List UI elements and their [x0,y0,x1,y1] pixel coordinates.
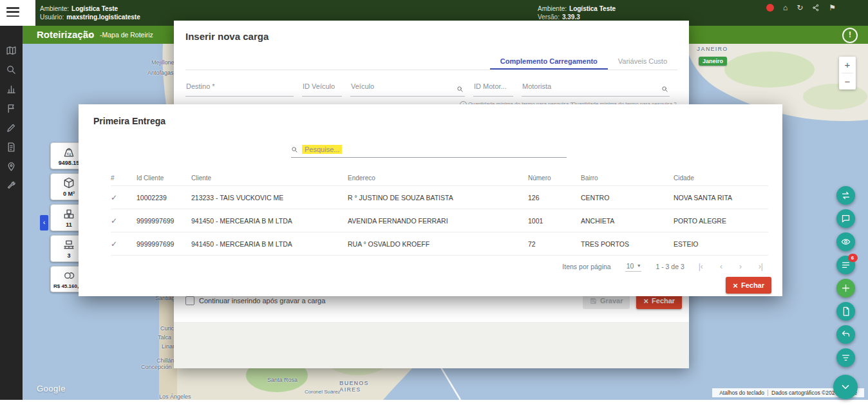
col-cliente: Cliente [191,174,348,182]
sidebar-item-reports[interactable] [6,84,17,95]
environment-info: Ambiente:Logística Teste Usuário:maxstri… [40,5,140,21]
notification-icon[interactable] [766,4,774,12]
breadcrumb[interactable]: -Mapa de Roteiriz [100,26,153,44]
sidebar-item-edit[interactable] [6,122,17,133]
motorista-field[interactable]: Motorista [522,82,670,97]
search-icon [291,146,298,153]
zoom-out-button[interactable]: − [839,73,856,89]
chat-button[interactable] [836,209,855,228]
chevron-down-icon: ▾ [637,263,640,268]
sidebar-item-search[interactable] [6,64,17,75]
first-page-icon[interactable]: |‹ [699,262,703,271]
env2-value: Logística Teste [569,5,616,13]
list-count-badge: 6 [848,254,858,262]
last-page-icon[interactable]: ›| [759,262,763,271]
search-placeholder: Pesquise... [302,145,342,154]
expand-panel-button[interactable] [833,375,858,399]
header-icons: ⌂ ↻ ⚑ [766,3,836,12]
home-icon[interactable]: ⌂ [783,3,788,12]
col-id-cliente: Id Cliente [137,174,191,182]
navbar-divider [84,30,85,39]
eye-icon [841,237,851,247]
add-button[interactable] [836,279,855,297]
filter-icon [841,353,851,363]
env2-label: Ambiente: [538,5,567,13]
pin-icon [6,161,17,172]
col-bairro: Bairro [581,174,674,182]
search-icon[interactable] [661,86,668,93]
table-row[interactable]: ✓ 9999997699 941450 - MERCEARIA B M LTDA… [111,209,768,232]
map-marker-pill[interactable]: Janeiro [699,57,727,66]
destino-field[interactable]: Destino * [185,82,294,97]
undo-button[interactable] [836,325,855,344]
col-cidade: Cidade [674,174,768,182]
continue-inserting-option: Continuar inserindo após gravar a carga [185,296,325,305]
list-button[interactable]: 6 [836,256,855,274]
table-row[interactable]: ✓ 9999997699 941450 - MERCEARIA B M LTDA… [111,232,768,256]
map-label: Chillán [156,357,175,364]
boxes-icon [62,207,75,220]
alert-icon[interactable]: ! [842,28,858,43]
check-icon[interactable]: ✓ [111,216,137,225]
sidebar-item-locations[interactable] [6,161,17,172]
swap-routes-button[interactable] [836,186,855,205]
file-icon [841,306,851,316]
sidebar-item-documents[interactable] [6,142,17,153]
svg-text:Kg: Kg [67,152,71,156]
money-icon [62,269,75,282]
map-label: Santa Rosa [267,377,297,383]
cube-icon [62,176,75,189]
tab-variaveis-custo[interactable]: Variáveis Custo [608,53,677,70]
table-header: # Id Cliente Cliente Endereco Número Bai… [111,170,768,186]
pagination-nav: |‹ ‹ › ›| [699,262,763,271]
flag-icon [6,103,17,114]
id-motorista-field[interactable]: ID Motor... [473,82,513,97]
table-row[interactable]: ✓ 10002239 213233 - TAIS VUCKOVIC ME R °… [111,186,768,209]
modal-title: Primeira Entrega [93,116,165,126]
sidebar-item-map[interactable] [6,45,17,56]
tool-sidebar [0,26,23,400]
panel-collapse-button[interactable]: ‹ [40,215,48,231]
google-logo: Google [37,384,66,393]
chart-icon [6,84,17,95]
app-window: Mejillones Antofagasta Santiago Curicó T… [0,0,868,405]
search-icon[interactable] [457,86,464,93]
search-field[interactable]: Pesquise... [291,142,567,158]
keyboard-shortcuts-link[interactable]: Atalhos do teclado [716,390,768,396]
user-value: maxstring.logisticateste [66,13,140,21]
sidebar-item-tools[interactable] [6,180,17,191]
refresh-icon[interactable]: ↻ [797,3,803,12]
veiculo-field[interactable]: Veículo [350,82,465,97]
map-zoom-control: + − [839,57,856,89]
page-range: 1 - 3 de 3 [656,263,684,270]
share-icon[interactable] [812,4,820,12]
check-icon[interactable]: ✓ [111,193,137,202]
filter-button[interactable] [836,348,855,367]
items-per-page-select[interactable]: 10 ▾ [625,262,642,272]
ham burger-menu-icon[interactable] [6,7,19,17]
modal-primeira-entrega: Primeira Entrega Pesquise... # Id Client… [79,104,782,296]
continue-inserting-checkbox[interactable] [185,296,194,305]
close-icon: × [733,281,738,290]
document-button[interactable] [836,302,855,321]
sidebar-item-flags[interactable] [6,103,17,114]
fechar-button[interactable]: × Fechar [726,277,771,294]
map-icon [6,45,17,56]
visibility-button[interactable] [836,232,855,251]
map-label: Los Ángeles [159,393,191,400]
swap-icon [841,191,851,200]
home-icon[interactable]: ⌂ [90,26,94,43]
chat-icon [841,214,851,223]
prev-page-icon[interactable]: ‹ [720,262,722,271]
flag-icon[interactable]: ⚑ [829,3,836,12]
tab-complemento-carregamento[interactable]: Complemento Carregamento [490,53,608,70]
deliveries-table: # Id Cliente Cliente Endereco Número Bai… [111,170,768,256]
zoom-in-button[interactable]: + [839,57,856,73]
edit-icon [6,122,17,133]
id-veiculo-field[interactable]: ID Veículo [302,82,342,97]
next-page-icon[interactable]: › [739,262,742,271]
check-icon[interactable]: ✓ [111,240,137,249]
plus-icon [841,283,851,293]
checkbox-label: Continuar inserindo após gravar a carga [199,297,325,305]
chevron-down-icon [840,381,851,393]
